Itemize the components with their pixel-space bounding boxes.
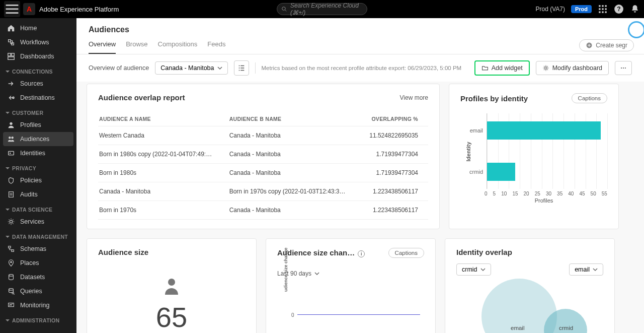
sidebar-item-dashboards[interactable]: Dashboards: [0, 49, 76, 63]
modify-dashboard-button[interactable]: Modify dashboard: [536, 61, 609, 75]
sidebar-section-datamgmt[interactable]: DATA MANAGEMENT: [0, 229, 76, 242]
tab-compositions[interactable]: Compositions: [158, 40, 198, 54]
prod-tag: Prod: [571, 5, 592, 13]
table-row[interactable]: Born in 1980s copy (2022-01-04T07:49:…Ca…: [98, 145, 428, 164]
table-row[interactable]: Born in 1980sCanada - Manitoba1.71939477…: [98, 164, 428, 182]
svg-rect-13: [12, 53, 14, 56]
identity-bar-chart: Identity email crmid 0510152025303540455…: [460, 108, 607, 209]
metrics-text: Metrics based on the most recent profile…: [262, 65, 462, 71]
sidebar-item-monitoring[interactable]: Monitoring: [0, 298, 76, 312]
sidebar-item-home[interactable]: Home: [0, 21, 76, 35]
section-label: CUSTOMER: [12, 110, 43, 116]
sidebar-item-queries[interactable]: Queries: [0, 284, 76, 298]
table-row[interactable]: Canada - ManitobaBorn in 1970s copy (202…: [98, 182, 428, 201]
profiles-by-identity-card: Profiles by identity Captions Identity e…: [449, 84, 619, 229]
apps-icon[interactable]: [598, 4, 608, 14]
list-view-button[interactable]: [234, 60, 249, 76]
dashboard-content: Audience overlap report View more AUDIEN…: [76, 82, 644, 333]
card-title: Audience size: [98, 248, 148, 256]
captions-button[interactable]: Captions: [572, 93, 607, 103]
section-label: PRIVACY: [12, 165, 36, 171]
tab-overview[interactable]: Overview: [89, 40, 116, 54]
section-label: DATA MANAGEMENT: [12, 234, 68, 240]
svg-rect-1: [599, 5, 600, 7]
cell: Born in 1970s: [98, 201, 228, 220]
sidebar-item-identities[interactable]: Identities: [0, 146, 76, 160]
sidebar-section-customer[interactable]: CUSTOMER: [0, 105, 76, 118]
table-row[interactable]: Western CanadaCanada - Manitoba11.524822…: [98, 126, 428, 145]
sidebar-item-schemas[interactable]: Schemas: [0, 242, 76, 256]
venn-diagram: email crmid: [456, 281, 603, 333]
sidebar-item-profiles[interactable]: Profiles: [0, 118, 76, 132]
y-axis-label: Identity: [465, 142, 471, 161]
venn-label-email: email: [511, 325, 524, 331]
bar-email[interactable]: [487, 121, 601, 140]
create-segment-button[interactable]: Create segr: [579, 39, 634, 51]
tab-feeds[interactable]: Feeds: [207, 40, 225, 54]
sidebar-item-places[interactable]: Places: [0, 256, 76, 270]
topbar: A Adobe Experience Platform Search Exper…: [0, 0, 644, 18]
folder-plus-icon: [481, 64, 489, 72]
sidebar-item-sources[interactable]: Sources: [0, 77, 76, 91]
more-button[interactable]: [615, 61, 632, 75]
sidebar-item-services[interactable]: Services: [0, 215, 76, 229]
overlap-table: AUDIENCE A NAME AUDIENCE B NAME OVERLAPP…: [98, 107, 428, 220]
sidebar-item-policies[interactable]: Policies: [0, 173, 76, 187]
logo-a-icon: A: [27, 5, 32, 13]
svg-point-31: [544, 67, 547, 70]
sidebar: Home Workflows Dashboards CONNECTIONS So…: [0, 18, 76, 333]
bar-crmid[interactable]: [487, 163, 515, 181]
chevron-down-icon: [480, 267, 486, 272]
audience-select[interactable]: Canada - Manitoba: [155, 61, 227, 75]
tick-0: 0: [291, 312, 294, 318]
cell: Canada - Manitoba: [228, 201, 362, 220]
focus-indicator-icon: [628, 21, 644, 38]
sidebar-label: Policies: [20, 177, 42, 184]
global-search[interactable]: Search Experience Cloud (⌘+/): [277, 3, 367, 15]
more-icon: [620, 64, 627, 72]
sidebar-label: Profiles: [20, 121, 41, 128]
info-icon[interactable]: i: [358, 250, 365, 257]
captions-button[interactable]: Captions: [388, 248, 424, 258]
svg-point-33: [623, 68, 624, 69]
svg-rect-4: [599, 8, 600, 10]
venn-label-crmid: crmid: [559, 325, 573, 331]
sidebar-item-workflows[interactable]: Workflows: [0, 35, 76, 49]
sidebar-item-audiences[interactable]: Audiences: [3, 132, 73, 146]
cell: Canada - Manitoba: [98, 182, 228, 201]
identity-select-b[interactable]: email: [569, 263, 603, 276]
select-value: email: [575, 266, 590, 273]
table-row[interactable]: Born in 1970sCanada - Manitoba1.22343850…: [98, 201, 428, 220]
org-name[interactable]: Prod (VA7): [535, 6, 565, 13]
cell: Born in 1980s: [98, 164, 228, 182]
audience-size-change-card: Audience size chan…i Captions Last 90 da…: [266, 238, 436, 333]
sidebar-item-audits[interactable]: Audits: [0, 187, 76, 202]
hamburger-menu[interactable]: [4, 1, 20, 17]
bell-icon[interactable]: [630, 4, 640, 14]
hamburger-icon: [4, 1, 20, 17]
svg-rect-7: [599, 11, 600, 13]
size-change-chart: udience size change 0: [287, 287, 424, 333]
chevron-down-icon: [217, 65, 222, 71]
sidebar-item-destinations[interactable]: Destinations: [0, 91, 76, 105]
svg-point-32: [621, 68, 622, 69]
tab-browse[interactable]: Browse: [126, 40, 147, 54]
svg-rect-23: [9, 246, 11, 248]
svg-rect-6: [605, 8, 606, 10]
sidebar-section-datascience[interactable]: DATA SCIENCE: [0, 202, 76, 215]
sidebar-section-privacy[interactable]: PRIVACY: [0, 160, 76, 173]
sidebar-label: Workflows: [20, 39, 49, 46]
cell: Canada - Manitoba: [228, 126, 362, 145]
identity-select-a[interactable]: crmid: [456, 263, 491, 276]
audience-overlap-card: Audience overlap report View more AUDIEN…: [87, 84, 440, 229]
sidebar-section-connections[interactable]: CONNECTIONS: [0, 63, 76, 77]
sidebar-label: Audiences: [20, 136, 49, 143]
sidebar-label: Destinations: [20, 94, 55, 101]
add-widget-button[interactable]: Add widget: [474, 60, 530, 76]
x-ticks: 0510152025303540455055: [485, 191, 607, 196]
sidebar-item-datasets[interactable]: Datasets: [0, 270, 76, 284]
col-audience-a: AUDIENCE A NAME: [98, 107, 228, 126]
view-more-link[interactable]: View more: [400, 94, 428, 101]
sidebar-section-admin[interactable]: ADMINISTRATION: [0, 312, 76, 325]
help-icon[interactable]: ?: [614, 4, 624, 14]
